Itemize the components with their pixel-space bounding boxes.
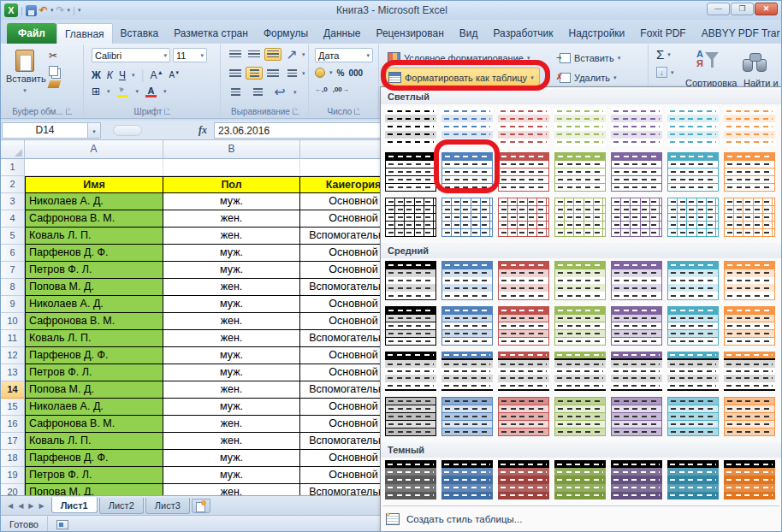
wrap-text-button[interactable]: ↩ xyxy=(271,86,288,98)
delete-cells-button[interactable]: Удалить▾ xyxy=(560,69,617,86)
cell-gender[interactable]: муж. xyxy=(163,245,300,262)
table-style-thumb-medium-full-3[interactable] xyxy=(498,397,549,436)
sheet-tab-лист1[interactable]: Лист1 xyxy=(51,497,98,513)
table-style-thumb-dark-7[interactable] xyxy=(724,460,775,499)
row-header-7[interactable]: 7 xyxy=(1,262,25,279)
cell-empty[interactable] xyxy=(163,159,300,176)
table-style-thumb-light-stripe-4[interactable] xyxy=(554,107,606,146)
decrease-decimal-icon[interactable]: ,00→ xyxy=(333,86,349,93)
restore-button[interactable]: ❐ xyxy=(731,3,754,15)
first-sheet-icon[interactable]: ◀ xyxy=(8,502,13,510)
number-dialog-launcher[interactable] xyxy=(354,109,360,115)
row-header-2[interactable]: 2 xyxy=(1,176,25,193)
table-style-thumb-medium-grid-5[interactable] xyxy=(611,306,662,346)
cell-name[interactable]: Парфенов Д. Ф. xyxy=(25,450,163,467)
tab-главная[interactable]: Главная xyxy=(56,23,113,44)
cell-name[interactable]: Николаев А. Д. xyxy=(25,399,163,416)
table-style-thumb-light-stripe-3[interactable] xyxy=(498,107,549,146)
cell-gender[interactable]: жен. xyxy=(163,416,300,433)
row-header-20[interactable]: 20 xyxy=(1,484,25,495)
fill-down-icon[interactable]: ↓ xyxy=(656,67,667,78)
cut-icon[interactable]: ✂ xyxy=(49,50,78,62)
cell-name[interactable]: Николаев А. Д. xyxy=(25,296,163,313)
table-style-thumb-light-header-4[interactable] xyxy=(554,152,606,192)
row-header-17[interactable]: 17 xyxy=(1,433,25,450)
cell-header-gender[interactable]: Пол xyxy=(163,176,300,193)
table-style-thumb-medium-grid-7[interactable] xyxy=(724,306,775,346)
column-header-B[interactable]: B xyxy=(163,140,300,159)
table-style-thumb-medium-grid-4[interactable] xyxy=(554,306,606,346)
row-header-14[interactable]: 14 xyxy=(1,381,25,399)
table-style-thumb-light-grid-1[interactable] xyxy=(385,198,436,237)
table-style-thumb-medium-grid-6[interactable] xyxy=(667,306,719,346)
cell-gender[interactable]: жен. xyxy=(163,381,300,399)
sort-filter-button[interactable]: АЯ xyxy=(696,49,719,74)
clipboard-dialog-launcher[interactable] xyxy=(66,109,72,115)
table-style-thumb-medium-banded-5[interactable] xyxy=(611,261,662,300)
table-style-thumb-dark-5[interactable] xyxy=(611,460,662,499)
cell-name[interactable]: Попова М. Д. xyxy=(25,484,163,495)
cell-name[interactable]: Петров Ф. Л. xyxy=(25,364,163,381)
shrink-font-button[interactable]: А▼ xyxy=(169,70,181,80)
table-style-thumb-light-stripe-5[interactable] xyxy=(611,107,662,146)
cell-gender[interactable]: жен. xyxy=(163,433,300,450)
cell-name[interactable]: Парфенов Д. Ф. xyxy=(25,347,163,364)
table-style-thumb-medium-dark-band-6[interactable] xyxy=(667,352,719,391)
font-color-button[interactable]: А xyxy=(145,86,157,98)
underline-dropdown-icon[interactable]: ▾ xyxy=(132,72,135,79)
row-header-12[interactable]: 12 xyxy=(1,347,25,364)
cell-gender[interactable]: муж. xyxy=(163,296,300,313)
cell-gender[interactable]: муж. xyxy=(163,262,300,279)
table-style-thumb-medium-banded-1[interactable] xyxy=(385,261,436,300)
insert-worksheet-icon[interactable] xyxy=(192,499,210,513)
align-middle-button[interactable] xyxy=(246,48,263,61)
table-style-thumb-medium-dark-band-4[interactable] xyxy=(554,352,606,391)
tab-file[interactable]: Файл xyxy=(7,23,56,44)
tab-формулы[interactable]: Формулы xyxy=(256,23,316,44)
gallery-menu-item-1[interactable]: Создать стиль таблицы... xyxy=(381,510,781,528)
table-style-thumb-medium-banded-2[interactable] xyxy=(441,261,493,300)
font-size-combo[interactable]: 11▾ xyxy=(173,48,207,62)
row-header-4[interactable]: 4 xyxy=(1,210,25,228)
row-header-16[interactable]: 16 xyxy=(1,416,25,433)
cell-name[interactable]: Сафронова В. М. xyxy=(25,210,163,228)
row-header-5[interactable]: 5 xyxy=(1,228,25,245)
row-header-13[interactable]: 13 xyxy=(1,364,25,381)
grow-font-button[interactable]: А▲ xyxy=(151,69,163,81)
insert-function-icon[interactable]: fx xyxy=(198,124,207,137)
increase-indent-button[interactable] xyxy=(249,86,266,98)
table-style-thumb-medium-full-5[interactable] xyxy=(611,397,662,436)
paste-button[interactable]: Вставить▾ xyxy=(6,48,44,101)
sheet-tab-лист2[interactable]: Лист2 xyxy=(99,498,144,514)
table-style-thumb-medium-banded-6[interactable] xyxy=(667,261,719,300)
table-style-thumb-light-stripe-2[interactable] xyxy=(441,107,493,146)
table-style-thumb-light-stripe-6[interactable] xyxy=(667,107,719,146)
format-as-table-button[interactable]: Форматировать как таблицу▾ xyxy=(382,68,540,87)
cell-gender[interactable]: жен. xyxy=(163,279,300,296)
next-sheet-icon[interactable]: ▶ xyxy=(28,502,33,510)
sheet-tab-лист3[interactable]: Лист3 xyxy=(145,498,190,514)
orientation-button[interactable]: ↗ xyxy=(283,48,300,61)
cell-name[interactable]: Коваль Л. П. xyxy=(25,330,163,347)
cell-name[interactable]: Петров Ф. Л. xyxy=(25,467,163,484)
row-header-8[interactable]: 8 xyxy=(1,279,25,296)
align-right-button[interactable] xyxy=(264,67,281,80)
cell-name[interactable]: Коваль Л. П. xyxy=(25,433,163,450)
align-left-button[interactable] xyxy=(227,67,244,80)
table-style-thumb-medium-full-6[interactable] xyxy=(667,397,719,436)
table-style-thumb-medium-dark-band-5[interactable] xyxy=(611,352,662,391)
row-header-1[interactable]: 1 xyxy=(1,159,25,176)
macro-record-icon[interactable] xyxy=(56,520,68,529)
cell-gender[interactable]: муж. xyxy=(163,450,300,467)
align-center-button[interactable] xyxy=(246,67,263,80)
table-style-thumb-light-grid-3[interactable] xyxy=(498,198,549,237)
table-style-thumb-medium-grid-2[interactable] xyxy=(441,306,493,346)
cell-name[interactable]: Петров Ф. Л. xyxy=(25,262,163,279)
tab-рецензирован[interactable]: Рецензирован xyxy=(368,23,451,44)
cell-name[interactable]: Попова М. Д. xyxy=(25,381,163,399)
table-style-thumb-light-grid-5[interactable] xyxy=(611,198,662,237)
table-style-thumb-dark-3[interactable] xyxy=(498,460,549,499)
percent-button[interactable]: % xyxy=(337,68,345,78)
tab-вставка[interactable]: Вставка xyxy=(113,23,167,44)
tab-разработчик[interactable]: Разработчик xyxy=(485,23,560,44)
